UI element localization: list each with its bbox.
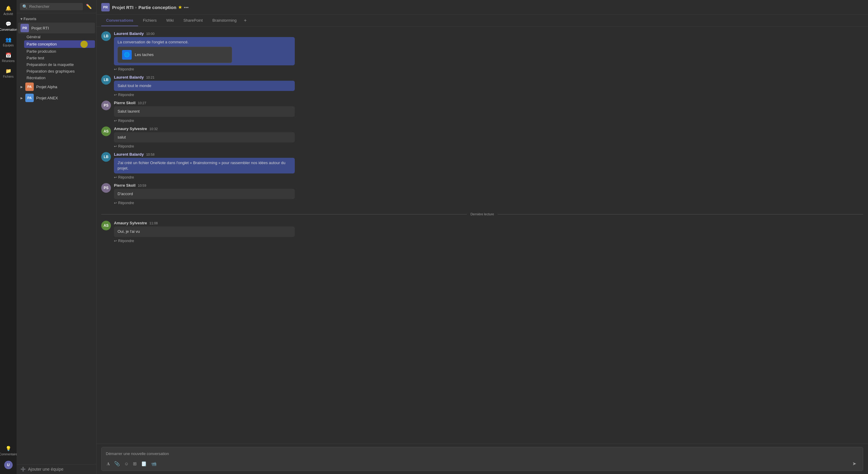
divider-line-left — [101, 214, 467, 214]
tabs-bar: Conversations Fichiers Wiki SharePoint B… — [96, 15, 868, 27]
team-item-projet-rti[interactable]: PR Projet RTI ••• — [18, 23, 95, 33]
msg-author-7: Amaury Sylvestre — [114, 221, 147, 225]
reply-icon-5: ↩ — [114, 175, 117, 179]
msg-bubble-1: La conversation de l'onglet a commencé. … — [114, 37, 295, 65]
msg-bubble-2: Salut tout le monde — [114, 81, 295, 91]
user-avatar-nav[interactable]: U — [4, 461, 13, 469]
divider-label: Dernière lecture — [470, 212, 494, 216]
sidebar-footer[interactable]: ➕ Ajouter une équipe — [17, 464, 96, 474]
gif-button[interactable]: ⊞ — [132, 460, 138, 467]
tab-card-icon-1: 🌐 — [122, 50, 132, 60]
tab-sharepoint[interactable]: SharePoint — [179, 15, 207, 26]
send-button[interactable]: ➤ — [850, 460, 859, 468]
team-avatar-rti: PR — [21, 24, 29, 32]
channel-name-general: Général — [27, 35, 93, 39]
search-box[interactable]: 🔍 — [20, 3, 83, 10]
reply-button-6[interactable]: ↩ Répondre — [114, 200, 136, 206]
nav-item-conversation[interactable]: 💬 Conversation — [0, 18, 17, 34]
nav-item-reunions[interactable]: 📅 Réunions — [0, 49, 17, 65]
channel-item-partie-production[interactable]: Partie prodcution — [24, 48, 95, 55]
msg-text-5: J'ai créé un fichier OneNote dans l'ongl… — [118, 161, 285, 170]
message-tools: 𝐀 📎 ☺ ⊞ 🗒️ 📹 — [106, 460, 158, 467]
msg-text-6: D'accord — [118, 192, 133, 196]
nav-item-commentaire[interactable]: 💡 Commentaire — [0, 443, 18, 458]
tab-brainstorming[interactable]: Brainstorming — [208, 15, 241, 26]
msg-author-1: Laurent Balardy — [114, 31, 144, 36]
msg-bubble-3: Salut laurent — [114, 106, 295, 116]
format-button[interactable]: 𝐀 — [106, 460, 111, 467]
channel-item-preparation-maquette[interactable]: Préparation de la maquette — [24, 61, 95, 68]
channel-item-partie-test[interactable]: Partie test — [24, 55, 95, 61]
message-input-box[interactable]: Démarrer une nouvelle conversation 𝐀 📎 ☺… — [101, 447, 863, 471]
channel-item-general[interactable]: Général — [24, 34, 95, 40]
reply-button-5[interactable]: ↩ Répondre — [114, 174, 136, 181]
avatar-msg3: PS — [101, 101, 111, 110]
video-button[interactable]: 📹 — [150, 460, 158, 467]
new-chat-button[interactable]: ✏️ — [85, 2, 93, 10]
msg-author-6: Pierre Skoll — [114, 183, 135, 188]
project-badge: PR — [101, 3, 110, 11]
message-group-6: PS Pierre Skoll 10:59 D'accord ↩ Répondr… — [101, 183, 863, 206]
main-content: PR Projet RTI › Partie conception ★ ••• … — [96, 0, 868, 474]
search-input[interactable] — [29, 4, 81, 9]
msg-header-1: Laurent Balardy 10:00 — [114, 31, 863, 36]
channel-list-rti: Général Partie conception ••• Partie pro… — [23, 34, 96, 81]
channel-item-preparation-graphiques[interactable]: Préparation des graphiques — [24, 68, 95, 74]
nav-item-activite[interactable]: 🔔 Activité — [0, 2, 17, 18]
sticker-button[interactable]: 🗒️ — [140, 460, 148, 467]
msg-content-4: Amaury Sylvestre 10:32 salut ↩ Répondre — [114, 127, 863, 150]
msg-header-7: Amaury Sylvestre 11:08 — [114, 221, 863, 225]
msg-time-3: 10:27 — [138, 101, 147, 105]
msg-content-5: Laurent Balardy 10:58 J'ai créé un fichi… — [114, 152, 863, 181]
breadcrumb-separator: › — [135, 5, 136, 10]
msg-text-4: salut — [118, 135, 126, 139]
nav-label-reunions: Réunions — [2, 59, 14, 63]
activite-icon: 🔔 — [5, 5, 12, 11]
message-group-7: AS Amaury Sylvestre 11:08 Oui, je l'ai v… — [101, 221, 863, 244]
expand-icon-anex: ▶ — [21, 96, 23, 100]
reply-button-2[interactable]: ↩ Répondre — [114, 92, 136, 98]
tab-add-button[interactable]: + — [241, 15, 249, 26]
chevron-down-icon: ▾ — [21, 17, 22, 21]
msg-header-2: Laurent Balardy 10:21 — [114, 75, 863, 79]
tab-fichiers[interactable]: Fichiers — [138, 15, 161, 26]
reply-button-7[interactable]: ↩ Répondre — [114, 238, 136, 244]
reply-button-4[interactable]: ↩ Répondre — [114, 143, 136, 150]
channel-name-partie-test: Partie test — [27, 56, 93, 60]
avatar-msg1: LB — [101, 31, 111, 41]
favorites-label[interactable]: ▾ Favoris — [17, 16, 96, 22]
reply-icon-3: ↩ — [114, 118, 117, 123]
tab-wiki[interactable]: Wiki — [161, 15, 179, 26]
sidebar-content: ▾ Favoris PR Projet RTI ••• Général Part… — [17, 13, 96, 464]
nav-item-equipes[interactable]: 👥 Équipes — [0, 34, 17, 49]
channel-name-preparation-maquette: Préparation de la maquette — [27, 62, 93, 67]
tab-card-1[interactable]: 🌐 Les taches — [118, 47, 232, 63]
avatar-msg7: AS — [101, 221, 111, 230]
reply-button-3[interactable]: ↩ Répondre — [114, 117, 136, 124]
emoji-button[interactable]: ☺ — [123, 460, 130, 467]
channel-name-partie-conception: Partie conception — [27, 42, 85, 46]
channel-item-recreation[interactable]: Récréation — [24, 75, 95, 81]
breadcrumb-channel: Partie conception — [138, 5, 176, 10]
team-item-projet-alpha[interactable]: ▶ PA Projet Alpha ••• — [18, 81, 95, 92]
msg-time-7: 11:08 — [150, 221, 158, 225]
star-icon[interactable]: ★ — [178, 5, 182, 10]
msg-bubble-5: J'ai créé un fichier OneNote dans l'ongl… — [114, 158, 295, 173]
avatar-msg6: PS — [101, 183, 111, 193]
msg-bubble-7: Oui, je l'ai vu — [114, 227, 295, 237]
attach-button[interactable]: 📎 — [113, 460, 121, 467]
last-read-divider: Dernière lecture — [101, 212, 863, 216]
nav-label-commentaire: Commentaire — [0, 452, 18, 456]
team-item-projet-anex[interactable]: ▶ PA Projet ANEX ••• — [18, 93, 95, 103]
fichiers-nav-icon: 📁 — [5, 67, 12, 74]
tab-conversations[interactable]: Conversations — [101, 15, 138, 26]
msg-time-6: 10:59 — [138, 184, 147, 187]
commentaire-icon: 💡 — [5, 445, 12, 452]
nav-item-fichiers[interactable]: 📁 Fichiers — [0, 65, 17, 81]
reply-button-1[interactable]: ↩ Répondre — [114, 66, 136, 73]
channel-name-partie-production: Partie prodcution — [27, 49, 93, 54]
channel-item-partie-conception[interactable]: Partie conception ••• — [24, 40, 95, 48]
header-more-icon[interactable]: ••• — [184, 5, 189, 10]
reply-icon-7: ↩ — [114, 239, 117, 243]
msg-author-4: Amaury Sylvestre — [114, 127, 147, 131]
